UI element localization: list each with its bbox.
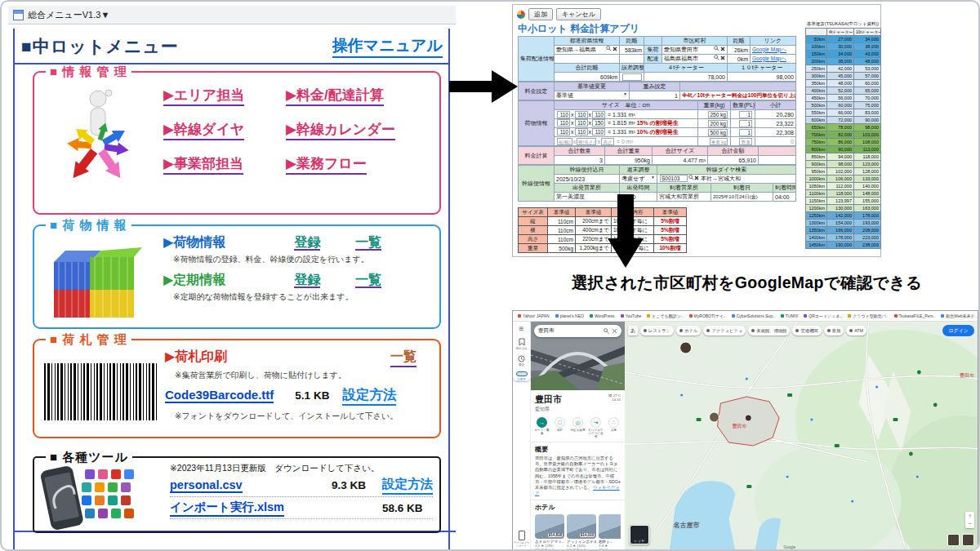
search-icon[interactable] bbox=[714, 46, 719, 51]
search-box[interactable]: 豊田市 bbox=[534, 325, 621, 337]
dims-cell[interactable]: 縦(幅)x横(長さ)x高さ = 0 m³ bbox=[555, 137, 698, 146]
category-chip[interactable]: ホテル bbox=[676, 326, 701, 335]
bring-date-value[interactable]: 2025/10/23 bbox=[555, 175, 620, 184]
gmap-link[interactable]: Google Mapへ bbox=[751, 46, 796, 55]
category-chip[interactable]: 薬局 bbox=[824, 326, 844, 335]
main-menu-window: 総合メニューV1.3▼ ■中ロットメニュー 操作マニュアル ■ 情 報 管 理 bbox=[8, 6, 456, 551]
weekend-select[interactable]: 考慮せず▼ bbox=[620, 175, 657, 184]
zoom-out-button[interactable]: − bbox=[965, 520, 974, 528]
bookmark-item[interactable]: TsukasaFILE_Pers.. bbox=[894, 313, 936, 318]
city-cell[interactable]: 愛知県豊田市 bbox=[662, 46, 728, 55]
pref-route-cell2[interactable] bbox=[555, 55, 620, 64]
manual-link[interactable]: 操作マニュアル bbox=[332, 35, 443, 58]
place-photo[interactable]: 豊田市 bbox=[531, 322, 625, 390]
photo-thumbnail[interactable] bbox=[947, 534, 960, 546]
clear-icon[interactable] bbox=[612, 47, 617, 51]
place-chip-toyota[interactable]: 豊田市 bbox=[513, 371, 531, 381]
hotel-card[interactable]: ¥14,818 ホテルリアマッ.. 3.5 ★ (295) 3つ星ホテル bbox=[535, 514, 564, 550]
weight-value[interactable]: 1 bbox=[630, 91, 680, 100]
tool-setup-link[interactable]: 設定方法 bbox=[382, 476, 433, 495]
setup-link[interactable]: 設定方法 bbox=[342, 386, 396, 406]
login-button[interactable]: ログイン bbox=[942, 325, 974, 336]
dims-cell[interactable]: 110x110x110 = 1.331 m³ bbox=[555, 110, 698, 119]
qty-cell[interactable]: 数量 bbox=[731, 137, 755, 146]
photo-thumbnail[interactable] bbox=[962, 534, 974, 546]
layers-button[interactable]: レイヤ bbox=[630, 525, 649, 544]
window-titlebar[interactable]: 総合メニューV1.3▼ bbox=[8, 6, 456, 24]
qty-cell[interactable]: 1 bbox=[731, 110, 755, 119]
register-link[interactable]: 登録 bbox=[294, 235, 320, 251]
recent-nav-item[interactable]: 最近 bbox=[518, 355, 525, 367]
bookmark-item[interactable]: 勤怠Web未来デ.. bbox=[941, 313, 977, 318]
category-chip[interactable]: アクティビティ bbox=[703, 326, 746, 335]
menu-link[interactable]: ▶幹線カレンダー bbox=[286, 120, 395, 140]
category-chip[interactable]: レストラン bbox=[640, 326, 674, 335]
bookmark-item[interactable]: MyROBOT(マイ.. bbox=[689, 313, 726, 318]
saved-nav-item[interactable]: 保存済み bbox=[515, 338, 527, 350]
weight-cell[interactable]: 500 kg bbox=[698, 128, 731, 137]
map-canvas[interactable]: 豊田市 豊田市 名古屋市 あ レストランホテルアクティビティ美術館、博物館交通機… bbox=[625, 322, 978, 550]
cargo-row-note: ※定期的な荷物情報を登録することが出来ます。 bbox=[173, 291, 437, 303]
menu-icon[interactable]: ≡ bbox=[519, 325, 524, 333]
add-button[interactable]: 追加 bbox=[528, 8, 553, 20]
base-value-select[interactable]: 基準値▼ bbox=[555, 91, 630, 100]
bookmark-item[interactable]: WordPress bbox=[590, 313, 615, 318]
category-chip[interactable]: 交通機関 bbox=[792, 326, 821, 335]
zoom-in-button[interactable]: ＋ bbox=[965, 512, 974, 520]
tag-list-link[interactable]: 一覧 bbox=[390, 349, 416, 367]
language-box[interactable]: あ bbox=[628, 326, 638, 335]
search-icon[interactable] bbox=[604, 328, 609, 334]
weight-cell[interactable]: 重量 kg bbox=[698, 137, 731, 146]
action-button[interactable]: ∴ 共有 bbox=[605, 417, 622, 438]
adjust-input[interactable] bbox=[620, 73, 644, 82]
tool-file-link[interactable]: インポート実行.xlsm bbox=[170, 500, 284, 517]
app-download-item[interactable]: アプリをダウンロード bbox=[514, 531, 530, 548]
list-link[interactable]: 一覧 bbox=[355, 273, 381, 288]
close-icon[interactable] bbox=[612, 328, 617, 334]
city-cell2[interactable]: 福島県福島市 bbox=[662, 55, 728, 64]
tag-print-title: ▶荷札印刷 bbox=[165, 349, 227, 367]
cancel-button[interactable]: キャンセル bbox=[556, 8, 601, 20]
pref-route-cell[interactable]: 愛知県→福島県 bbox=[555, 46, 620, 55]
bookmark-item[interactable]: YouTube bbox=[621, 313, 642, 318]
bookmark-item[interactable]: planet's NEO bbox=[555, 313, 584, 318]
hotel-card[interactable]: ¥14,010 アットインホテル.. 4.2 ★ (320) 3つ星ホテル bbox=[567, 514, 596, 550]
category-chip[interactable]: 美術館、博物館 bbox=[748, 326, 790, 335]
category-chip[interactable]: ATM bbox=[846, 326, 866, 335]
dia-search-cell[interactable]: S00103 本社→宮城大和 bbox=[657, 175, 796, 184]
menu-link[interactable]: ▶幹線ダイヤ bbox=[163, 120, 244, 140]
search-icon[interactable] bbox=[714, 55, 719, 60]
qty-cell[interactable]: 1 bbox=[731, 128, 755, 137]
qty-cell[interactable]: 1 bbox=[731, 119, 755, 128]
tool-file-link[interactable]: personal.csv bbox=[170, 478, 243, 493]
barcode-font-link[interactable]: Code39Barcode.ttf bbox=[165, 388, 274, 403]
bookmark-item[interactable]: Yahoo! JAPAN bbox=[518, 313, 550, 318]
action-button[interactable]: □ 保存 bbox=[551, 417, 568, 438]
weight-cell[interactable]: 250 kg bbox=[698, 110, 731, 119]
action-button[interactable]: ⇥ モバイルデバイスに送信 bbox=[587, 417, 604, 438]
bookmark-item[interactable]: クラウド型勤怠バ.. bbox=[848, 313, 888, 318]
menu-link[interactable]: ▶業務フロー bbox=[286, 154, 367, 175]
clear-icon[interactable] bbox=[720, 47, 725, 51]
clear-icon[interactable] bbox=[694, 176, 699, 180]
menu-link[interactable]: ▶料金/配達計算 bbox=[286, 86, 384, 106]
menu-link[interactable]: ▶エリア担当 bbox=[163, 86, 244, 106]
register-link[interactable]: 登録 bbox=[294, 273, 320, 288]
hotel-card[interactable]: 名鉄ト.. 3.8 ★ 4つ星.. bbox=[599, 514, 621, 550]
search-icon[interactable] bbox=[688, 175, 694, 180]
action-button[interactable]: ◎ 付近を検索 bbox=[569, 417, 586, 438]
clear-icon[interactable] bbox=[720, 56, 725, 60]
dims-cell[interactable]: 110x110x150 = 1.815 m³15% の割増発生 bbox=[555, 119, 698, 128]
bookmark-item[interactable]: TUMIX bbox=[781, 313, 799, 318]
weight-cell[interactable]: 200 kg bbox=[698, 119, 731, 128]
gmap-link2[interactable]: Google Mapへ bbox=[751, 55, 796, 64]
bookmark-item[interactable]: CyberSolutions Sup.. bbox=[732, 313, 775, 318]
action-button[interactable]: → ルート・乗換 bbox=[533, 417, 550, 438]
list-link[interactable]: 一覧 bbox=[355, 235, 381, 251]
zoom-control[interactable]: ＋ − bbox=[965, 512, 974, 528]
bookmark-item[interactable]: どこでも翻訳ツ.. bbox=[647, 313, 683, 318]
menu-link[interactable]: ▶事業部担当 bbox=[163, 154, 243, 175]
bookmark-item[interactable]: QRコードジェネ.. bbox=[804, 313, 842, 318]
dims-cell[interactable]: 110x110x110 = 1.331 m³10% の割増発生 bbox=[555, 128, 698, 137]
search-icon[interactable] bbox=[606, 46, 612, 51]
